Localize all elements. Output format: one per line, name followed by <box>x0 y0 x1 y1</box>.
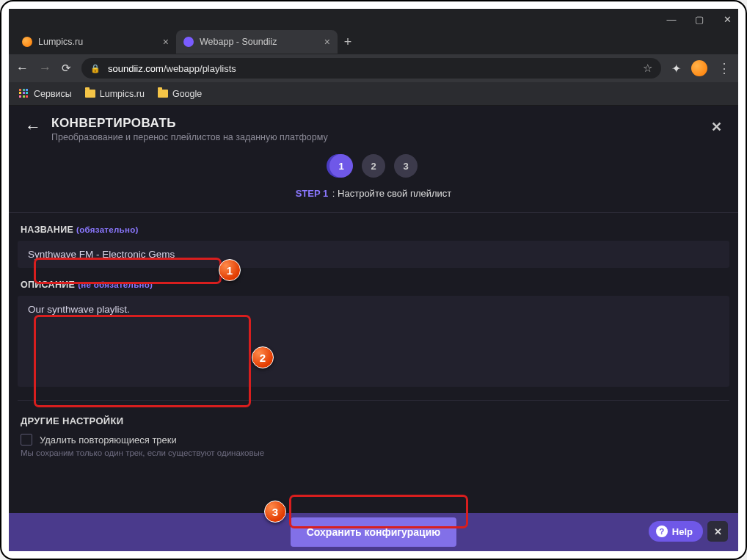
forward-button[interactable]: → <box>39 61 51 76</box>
favicon-icon <box>183 37 194 47</box>
step-2[interactable]: 2 <box>362 154 385 178</box>
divider <box>18 400 729 401</box>
menu-button[interactable]: ⋮ <box>718 60 731 76</box>
close-tab-icon[interactable]: × <box>324 36 330 48</box>
url-text: soundiiz.com/webapp/playlists <box>108 63 236 74</box>
bookmark-star-icon[interactable]: ☆ <box>643 62 652 75</box>
remove-duplicates-label: Удалить повторяющиеся треки <box>40 434 177 446</box>
help-icon: ? <box>656 526 668 537</box>
annotation-callout-1: 1 <box>219 259 241 281</box>
back-arrow-icon[interactable]: ← <box>25 117 41 137</box>
profile-avatar[interactable] <box>691 60 707 76</box>
help-close-button[interactable]: ✕ <box>707 521 728 542</box>
close-tab-icon[interactable]: × <box>163 36 169 48</box>
url-bar[interactable]: 🔒 soundiiz.com/webapp/playlists ☆ <box>81 58 661 79</box>
close-modal-button[interactable]: ✕ <box>711 119 722 135</box>
close-window-button[interactable]: ✕ <box>722 14 732 24</box>
apps-grid-icon <box>19 89 29 99</box>
page-title: КОНВЕРТИРОВАТЬ <box>51 116 328 131</box>
help-label: Help <box>672 526 693 537</box>
divider <box>9 212 738 213</box>
bookmark-label: Lumpics.ru <box>100 89 145 99</box>
description-label: ОПИСАНИЕ(не обязательно) <box>21 280 729 290</box>
minimize-button[interactable]: — <box>666 14 677 24</box>
step-1[interactable]: 1 <box>329 154 353 178</box>
remove-duplicates-checkbox[interactable] <box>21 434 32 446</box>
folder-icon <box>85 90 95 98</box>
step-caption: STEP 1 : Настройте свой плейлист <box>9 188 738 199</box>
bookmark-lumpics[interactable]: Lumpics.ru <box>85 89 145 99</box>
annotation-callout-3: 3 <box>264 501 286 523</box>
tab-soundiiz[interactable]: Webapp - Soundiiz × <box>176 30 338 54</box>
bookmark-label: Google <box>172 89 202 99</box>
reload-button[interactable]: ⟳ <box>62 62 71 75</box>
name-label: НАЗВАНИЕ(обязательно) <box>21 225 729 235</box>
tab-lumpics[interactable]: Lumpics.ru × <box>15 30 176 54</box>
address-toolbar: ← → ⟳ 🔒 soundiiz.com/webapp/playlists ☆ … <box>9 54 738 82</box>
footer-bar: Сохранить конфигурацию <box>9 513 738 551</box>
favicon-icon <box>22 37 32 47</box>
lock-icon: 🔒 <box>90 64 101 73</box>
maximize-button[interactable]: ▢ <box>694 14 704 24</box>
bookmark-label: Сервисы <box>34 89 72 99</box>
bookmark-google[interactable]: Google <box>158 89 202 99</box>
playlist-name-input[interactable] <box>18 241 729 268</box>
tab-strip: Lumpics.ru × Webapp - Soundiiz × + <box>9 29 738 54</box>
step-3[interactable]: 3 <box>394 154 418 178</box>
tab-title: Webapp - Soundiiz <box>200 37 277 47</box>
new-tab-button[interactable]: + <box>338 32 358 52</box>
extensions-icon[interactable]: ✦ <box>671 62 681 76</box>
folder-icon <box>158 90 168 98</box>
other-settings-label: ДРУГИЕ НАСТРОЙКИ <box>21 415 729 426</box>
annotation-callout-2: 2 <box>252 346 274 368</box>
bookmarks-bar: Сервисы Lumpics.ru Google <box>9 82 738 106</box>
save-configuration-button[interactable]: Сохранить конфигурацию <box>291 517 456 547</box>
page-content: ← КОНВЕРТИРОВАТЬ Преобразование и перено… <box>9 106 738 551</box>
bookmark-services[interactable]: Сервисы <box>19 89 72 99</box>
tab-title: Lumpics.ru <box>38 37 83 47</box>
playlist-description-input[interactable] <box>18 296 729 384</box>
help-button[interactable]: ? Help <box>649 521 703 542</box>
duplicates-hint: Мы сохраним только один трек, если сущес… <box>21 448 729 457</box>
back-button[interactable]: ← <box>16 61 29 76</box>
step-indicator: 1 2 3 <box>9 154 738 178</box>
page-subtitle: Преобразование и перенос плейлистов на з… <box>51 132 328 142</box>
